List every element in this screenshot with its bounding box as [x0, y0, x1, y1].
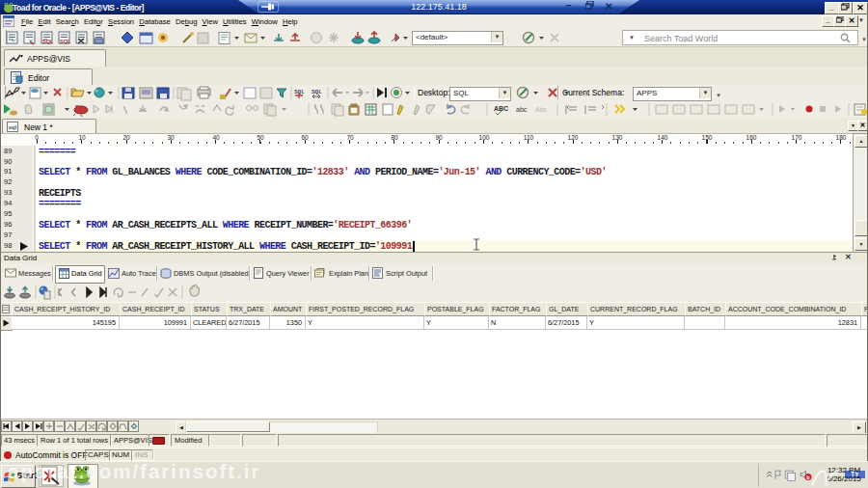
svg-text:sql: sql: [9, 124, 17, 130]
svg-text:SQL: SQL: [60, 39, 71, 44]
svg-text:Abc: Abc: [535, 106, 548, 113]
svg-text:abc: abc: [516, 106, 528, 113]
svg-text:SQL: SQL: [42, 39, 54, 44]
svg-text:SQL: SQL: [312, 89, 322, 95]
